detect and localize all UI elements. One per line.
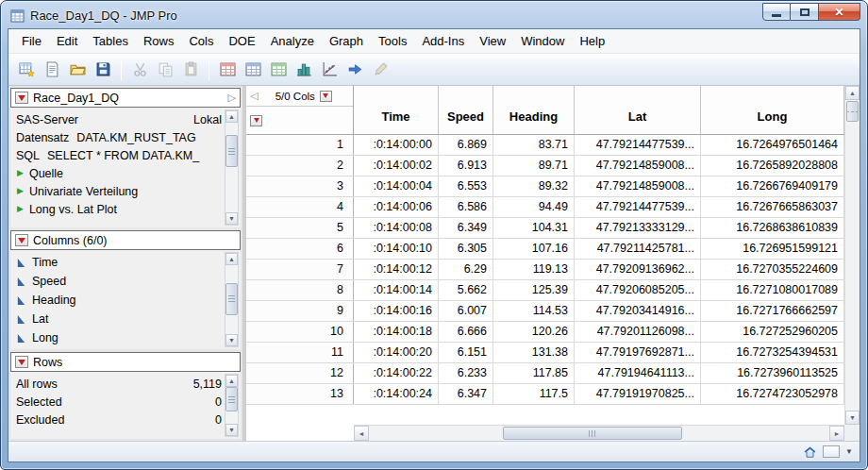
row-number[interactable]: 1	[246, 135, 354, 155]
cell[interactable]: 6.151	[439, 343, 493, 362]
cell[interactable]: 107.16	[493, 239, 575, 259]
scroll-up-icon[interactable]: ▲	[845, 86, 860, 100]
vertical-scrollbar[interactable]: ▲ ▼	[844, 86, 860, 425]
scroll-left-icon[interactable]: ◄	[354, 426, 369, 441]
close-button[interactable]: ✕	[819, 3, 860, 21]
row-number[interactable]: 10	[246, 322, 354, 342]
cell[interactable]: 131.38	[493, 343, 575, 362]
menu-item-view[interactable]: View	[472, 29, 513, 53]
scroll-right-icon[interactable]: ►	[829, 426, 844, 441]
columns-panel-menu-icon[interactable]	[15, 234, 28, 246]
row-number[interactable]: 3	[246, 176, 354, 196]
row-number[interactable]: 11	[246, 343, 354, 362]
row-number[interactable]: 8	[246, 280, 354, 300]
open-button[interactable]	[65, 58, 90, 82]
cell[interactable]: 6.305	[439, 239, 493, 259]
distribution-button[interactable]	[292, 58, 316, 82]
cell[interactable]: 16.7266769409179	[701, 176, 844, 196]
column-item[interactable]: Long	[16, 328, 222, 347]
cell[interactable]: 16.7273254394531	[701, 343, 844, 362]
column-header-time[interactable]: Time	[354, 86, 439, 134]
cell[interactable]: 47.79209136962...	[575, 260, 701, 279]
column-item[interactable]: Heading	[16, 291, 222, 310]
title-bar[interactable]: Race_Day1_DQ - JMP Pro ✕	[10, 5, 861, 26]
cell[interactable]: 47.79214477539...	[575, 135, 701, 155]
scroll-track[interactable]	[225, 123, 238, 212]
cell[interactable]: 47.79197692871...	[575, 343, 701, 362]
scroll-up-icon[interactable]: ▲	[225, 110, 238, 123]
cell[interactable]: 117.5	[493, 384, 575, 404]
cell[interactable]: 83.71	[493, 135, 575, 155]
cell[interactable]: 89.71	[493, 156, 575, 176]
new-data-table-button[interactable]	[14, 58, 39, 82]
column-item[interactable]: Lat	[16, 310, 222, 328]
fit-y-by-x-button[interactable]	[317, 58, 342, 82]
cell[interactable]: 6.666	[439, 322, 493, 342]
scroll-down-icon[interactable]: ▼	[225, 334, 238, 346]
cell[interactable]: :0:14:00:00	[354, 135, 439, 155]
cell[interactable]: 125.39	[493, 280, 575, 300]
scroll-track[interactable]	[845, 100, 860, 411]
cell[interactable]: 6.007	[439, 301, 493, 321]
cell[interactable]: :0:14:00:20	[354, 343, 439, 362]
cell[interactable]: 47.79206085205...	[575, 280, 701, 300]
scroll-track[interactable]	[369, 426, 829, 441]
cell[interactable]: 6.586	[439, 197, 493, 217]
scroll-down-icon[interactable]: ▼	[225, 424, 238, 436]
cell[interactable]: 16.7274723052978	[701, 384, 844, 404]
cell[interactable]: :0:14:00:02	[354, 156, 439, 176]
column-header-long[interactable]: Long	[701, 86, 844, 134]
cell[interactable]: 47.79214859008...	[575, 176, 701, 196]
cell[interactable]: :0:14:00:04	[354, 176, 439, 196]
app-icon[interactable]	[10, 8, 25, 24]
scroll-thumb[interactable]	[225, 135, 238, 167]
scroll-thumb[interactable]	[846, 101, 859, 122]
cell[interactable]: 6.349	[439, 218, 493, 238]
cell[interactable]: 16.7264976501464	[701, 135, 844, 155]
cell[interactable]: 6.553	[439, 176, 493, 196]
cell[interactable]: 47.79201126098...	[575, 322, 701, 342]
row-number[interactable]: 7	[246, 260, 354, 279]
cell[interactable]: 16.7267665863037	[701, 197, 844, 217]
horizontal-scrollbar[interactable]: ◄ ►	[354, 425, 844, 441]
cell[interactable]: 94.49	[493, 197, 575, 217]
cell[interactable]: :0:14:00:14	[354, 280, 439, 300]
scroll-thumb[interactable]	[225, 283, 238, 315]
minimize-button[interactable]	[762, 3, 791, 21]
script-item[interactable]: ▶Univariate Verteilung	[16, 182, 222, 200]
menu-item-add-ins[interactable]: Add-Ins	[414, 29, 472, 53]
column-item[interactable]: Time	[16, 253, 222, 272]
menu-item-doe[interactable]: DOE	[221, 29, 262, 53]
scroll-thumb[interactable]	[225, 387, 238, 411]
cell[interactable]: :0:14:00:08	[354, 218, 439, 238]
cell[interactable]: 47.79191970825...	[575, 384, 701, 404]
menu-item-help[interactable]: Help	[572, 29, 612, 53]
cell[interactable]: 6.347	[439, 384, 493, 404]
table-menu-icon[interactable]	[15, 92, 28, 104]
maximize-button[interactable]	[791, 3, 819, 21]
script-item[interactable]: ▶Long vs. Lat Plot	[16, 200, 222, 218]
cell[interactable]: 16.7265892028808	[701, 156, 844, 176]
save-button[interactable]	[91, 58, 115, 82]
menu-item-file[interactable]: File	[14, 29, 49, 53]
table-panel-scrollbar[interactable]: ▲ ▼	[225, 109, 239, 226]
cell[interactable]: :0:14:00:24	[354, 384, 439, 404]
menu-item-cols[interactable]: Cols	[181, 29, 221, 53]
cell[interactable]: 16.7268638610839	[701, 218, 844, 238]
row-number[interactable]: 6	[246, 239, 354, 259]
new-journal-button[interactable]	[40, 58, 64, 82]
data-table-button[interactable]	[215, 58, 240, 82]
cell[interactable]: :0:14:00:06	[354, 197, 439, 217]
scroll-thumb[interactable]	[503, 427, 682, 440]
cell[interactable]: 16.7271080017089	[701, 280, 844, 300]
cell[interactable]: 47.79203414916...	[575, 301, 701, 321]
row-number[interactable]: 9	[246, 301, 354, 321]
cell[interactable]: 47.79214477539...	[575, 197, 701, 217]
menu-item-tables[interactable]: Tables	[85, 29, 136, 53]
rows-panel-menu-icon[interactable]	[15, 356, 28, 368]
cell[interactable]: 16.7271766662597	[701, 301, 844, 321]
columns-menu-icon[interactable]	[320, 91, 332, 102]
menu-item-window[interactable]: Window	[513, 29, 572, 53]
cell[interactable]: 6.869	[439, 135, 493, 155]
cell[interactable]: :0:14:00:22	[354, 363, 439, 383]
